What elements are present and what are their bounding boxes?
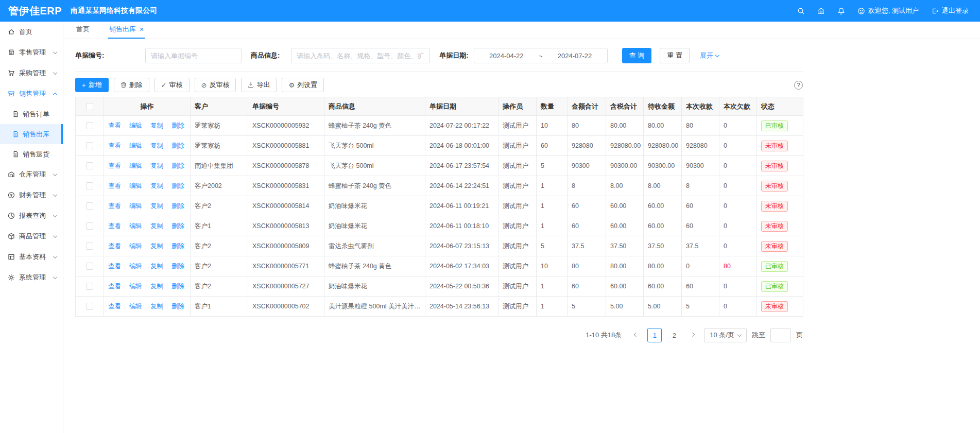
product-info-input[interactable]: [291, 48, 430, 63]
sidebar-item-retail[interactable]: 零售管理: [0, 42, 63, 63]
sidebar-item-warehouse[interactable]: 仓库管理: [0, 164, 63, 185]
sidebar-item-product[interactable]: 商品管理: [0, 226, 63, 247]
row-action-delete[interactable]: 删除: [167, 122, 184, 129]
bell-icon[interactable]: [837, 7, 845, 15]
search-button[interactable]: 查 询: [622, 48, 652, 63]
row-action-view[interactable]: 查看: [108, 303, 121, 310]
row-checkbox[interactable]: [86, 303, 93, 310]
select-all-checkbox[interactable]: [86, 103, 93, 110]
pagination-page-2[interactable]: 2: [667, 328, 681, 342]
row-checkbox[interactable]: [86, 283, 93, 290]
main-area: 首页 销售出库 × 单据编号: 商品信息: 单据日期: 2024-04-22 ~…: [64, 22, 980, 433]
export-button[interactable]: 导出: [241, 78, 277, 92]
row-action-edit[interactable]: 编辑: [125, 142, 142, 149]
row-action-view[interactable]: 查看: [108, 182, 121, 189]
row-checkbox[interactable]: [86, 243, 93, 250]
user-menu[interactable]: 欢迎您, 测试用户: [857, 6, 919, 15]
row-action-view[interactable]: 查看: [108, 283, 121, 290]
row-checkbox[interactable]: [86, 202, 93, 210]
row-action-delete[interactable]: 删除: [167, 243, 184, 250]
row-action-view[interactable]: 查看: [108, 263, 121, 270]
row-action-edit[interactable]: 编辑: [125, 202, 142, 210]
row-action-edit[interactable]: 编辑: [125, 243, 142, 250]
row-action-copy[interactable]: 复制: [146, 283, 163, 290]
row-action-edit[interactable]: 编辑: [125, 263, 142, 270]
date-range-picker[interactable]: 2024-04-22 ~ 2024-07-22: [474, 48, 608, 63]
jump-page-input[interactable]: [770, 328, 791, 342]
sidebar-item-sales[interactable]: 销售管理: [0, 83, 63, 104]
sidebar-item-home[interactable]: 首页: [0, 22, 63, 42]
jump-suffix: 页: [796, 331, 803, 340]
expand-link[interactable]: 展开: [700, 51, 719, 60]
row-checkbox[interactable]: [86, 222, 93, 230]
row-checkbox[interactable]: [86, 162, 93, 169]
reset-button[interactable]: 重 置: [660, 48, 690, 63]
row-action-delete[interactable]: 删除: [167, 263, 184, 270]
row-action-edit[interactable]: 编辑: [125, 122, 142, 129]
cell-amount: 80: [568, 116, 606, 136]
row-action-view[interactable]: 查看: [108, 222, 121, 230]
column-settings-button[interactable]: ⚙ 列设置: [282, 78, 324, 92]
sidebar-item-basic-data[interactable]: 基本资料: [0, 247, 63, 267]
cell-select: [76, 276, 104, 297]
row-action-edit[interactable]: 编辑: [125, 182, 142, 189]
row-action-delete[interactable]: 删除: [167, 202, 184, 210]
sidebar-item-sales-return[interactable]: 销售退货: [0, 144, 63, 164]
row-action-copy[interactable]: 复制: [146, 162, 163, 169]
pagination-page-1[interactable]: 1: [647, 328, 662, 342]
row-checkbox[interactable]: [86, 142, 93, 149]
bill-no-input[interactable]: [145, 48, 242, 63]
row-action-delete[interactable]: 删除: [167, 303, 184, 310]
cell-product: 飞天茅台 500ml: [324, 156, 425, 176]
col-header-status: 状态: [757, 97, 803, 116]
row-action-view[interactable]: 查看: [108, 162, 121, 169]
row-action-copy[interactable]: 复制: [146, 263, 163, 270]
unaudit-button[interactable]: ⊘ 反审核: [195, 78, 236, 92]
cell-status: 未审核: [757, 176, 803, 196]
row-action-view[interactable]: 查看: [108, 202, 121, 210]
page-size-select[interactable]: 10 条/页: [704, 328, 747, 342]
cell-qty: 1: [537, 176, 568, 196]
row-checkbox[interactable]: [86, 182, 93, 189]
close-icon[interactable]: ×: [140, 26, 144, 33]
row-action-view[interactable]: 查看: [108, 243, 121, 250]
sidebar-item-system[interactable]: 系统管理: [0, 267, 63, 288]
row-action-copy[interactable]: 复制: [146, 122, 163, 129]
row-action-delete[interactable]: 删除: [167, 182, 184, 189]
cell-date: 2024-06-18 00:01:00: [425, 136, 498, 156]
row-action-edit[interactable]: 编辑: [125, 162, 142, 169]
row-action-edit[interactable]: 编辑: [125, 283, 142, 290]
row-action-copy[interactable]: 复制: [146, 243, 163, 250]
sidebar-item-report[interactable]: 报表查询: [0, 205, 63, 226]
row-action-delete[interactable]: 删除: [167, 222, 184, 230]
row-action-delete[interactable]: 删除: [167, 162, 184, 169]
row-action-copy[interactable]: 复制: [146, 142, 163, 149]
audit-button[interactable]: ✓ 审核: [154, 78, 190, 92]
home-icon[interactable]: [817, 7, 825, 15]
help-icon[interactable]: ?: [794, 81, 803, 90]
row-action-edit[interactable]: 编辑: [125, 222, 142, 230]
row-action-view[interactable]: 查看: [108, 122, 121, 129]
search-icon[interactable]: [797, 7, 805, 15]
row-checkbox[interactable]: [86, 122, 93, 129]
sidebar-item-sales-order[interactable]: 销售订单: [0, 104, 63, 124]
row-action-copy[interactable]: 复制: [146, 303, 163, 310]
sidebar-item-sales-outbound[interactable]: 销售出库: [0, 124, 63, 144]
row-action-copy[interactable]: 复制: [146, 222, 163, 230]
row-action-edit[interactable]: 编辑: [125, 303, 142, 310]
add-button[interactable]: + 新增: [75, 78, 109, 92]
row-action-delete[interactable]: 删除: [167, 142, 184, 149]
pagination-next[interactable]: [686, 328, 699, 342]
delete-button[interactable]: 删除: [114, 78, 149, 92]
sidebar-item-purchase[interactable]: 采购管理: [0, 63, 63, 83]
sidebar-item-finance[interactable]: 财务管理: [0, 185, 63, 205]
pagination-prev[interactable]: [630, 328, 642, 342]
row-action-copy[interactable]: 复制: [146, 202, 163, 210]
row-action-copy[interactable]: 复制: [146, 182, 163, 189]
tab-sales-outbound[interactable]: 销售出库 ×: [108, 21, 145, 39]
row-action-view[interactable]: 查看: [108, 142, 121, 149]
row-action-delete[interactable]: 删除: [167, 283, 184, 290]
row-checkbox[interactable]: [86, 263, 93, 270]
tab-home[interactable]: 首页: [75, 21, 91, 39]
logout-button[interactable]: 退出登录: [931, 6, 969, 15]
